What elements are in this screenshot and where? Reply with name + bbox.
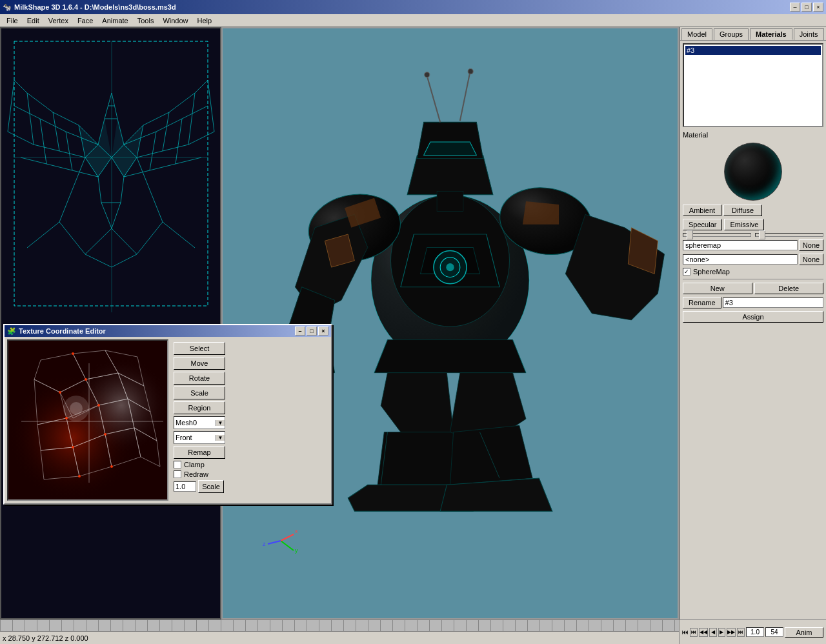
tab-materials[interactable]: Materials xyxy=(750,28,792,40)
tce-canvas[interactable] xyxy=(7,339,168,501)
diffuse-button[interactable]: Diffuse xyxy=(723,205,762,216)
svg-point-36 xyxy=(446,263,454,271)
viewport-uv[interactable] xyxy=(0,27,221,619)
svg-line-8 xyxy=(163,112,169,151)
ambient-button[interactable]: Ambient xyxy=(683,205,721,216)
close-button[interactable]: × xyxy=(813,3,823,12)
btn-prev[interactable]: ◀ xyxy=(709,628,717,637)
menu-tools[interactable]: Tools xyxy=(134,16,158,25)
tce-region-button[interactable]: Region xyxy=(174,401,225,414)
tce-remap-button[interactable]: Remap xyxy=(174,446,225,459)
svg-line-18 xyxy=(59,157,85,222)
tce-maximize-button[interactable]: □ xyxy=(307,327,317,336)
tce-minimize-button[interactable]: – xyxy=(295,327,305,336)
svg-point-50 xyxy=(425,72,430,77)
right-panel: Model Groups Materials Joints #3 Materia… xyxy=(679,27,826,619)
texture1-name: spheremap xyxy=(683,240,798,250)
diffuse-slider-track[interactable] xyxy=(755,233,823,237)
tce-window-controls[interactable]: – □ × xyxy=(295,327,328,336)
texture2-none-button[interactable]: None xyxy=(799,254,823,265)
title-bar: 🐄 MilkShape 3D 1.6.4 - D:\Models\ns3d\bo… xyxy=(0,0,826,14)
menu-edit[interactable]: Edit xyxy=(23,16,43,25)
tab-model[interactable]: Model xyxy=(681,28,712,40)
ambient-diffuse-row: Ambient Diffuse xyxy=(683,205,823,216)
spheremap-label: SphereMap xyxy=(693,268,730,276)
timeline-track[interactable] xyxy=(0,620,679,632)
svg-point-104 xyxy=(70,402,83,415)
btn-next[interactable]: ▶▶ xyxy=(727,628,736,637)
minimize-button[interactable]: – xyxy=(790,3,800,12)
btn-play[interactable]: ▶ xyxy=(718,628,726,637)
menu-help[interactable]: Help xyxy=(194,16,216,25)
mesh-dropdown-arrow[interactable]: ▼ xyxy=(216,420,225,426)
view-dropdown[interactable]: Front ▼ xyxy=(174,431,225,444)
svg-line-5 xyxy=(40,119,46,164)
material-item-3[interactable]: #3 xyxy=(685,46,821,55)
axes-indicator: y x z xyxy=(261,521,300,560)
clamp-checkbox-row[interactable]: Clamp xyxy=(174,461,225,468)
menu-window[interactable]: Window xyxy=(159,16,192,25)
tce-title-area: 🧩 Texture Coordinate Editor xyxy=(7,327,106,336)
menu-face[interactable]: Face xyxy=(74,16,97,25)
svg-point-102 xyxy=(110,465,113,468)
menu-vertex[interactable]: Vertex xyxy=(45,16,72,25)
spheremap-checkbox-row[interactable]: ✓ SphereMap xyxy=(683,268,823,276)
rename-input[interactable] xyxy=(723,297,823,308)
tab-groups[interactable]: Groups xyxy=(714,28,749,40)
tce-move-button[interactable]: Move xyxy=(174,357,225,370)
redraw-checkbox[interactable] xyxy=(174,470,181,478)
ambient-slider-thumb[interactable] xyxy=(687,230,693,239)
btn-forward[interactable]: ⏭ xyxy=(737,628,745,637)
svg-point-101 xyxy=(78,475,81,478)
tce-select-button[interactable]: Select xyxy=(174,342,225,355)
new-button[interactable]: New xyxy=(683,283,752,294)
svg-line-21 xyxy=(112,228,137,254)
diffuse-slider-thumb[interactable] xyxy=(759,230,765,239)
title-bar-controls[interactable]: – □ × xyxy=(790,3,823,12)
tce-icon: 🧩 xyxy=(7,327,16,336)
mesh-dropdown[interactable]: Mesh0 ▼ xyxy=(174,416,225,429)
menu-bar: File Edit Vertex Face Animate Tools Wind… xyxy=(0,14,826,27)
tab-joints[interactable]: Joints xyxy=(794,28,824,40)
specular-button[interactable]: Specular xyxy=(683,219,722,230)
texture1-none-button[interactable]: None xyxy=(799,239,823,251)
menu-animate[interactable]: Animate xyxy=(98,16,132,25)
svg-marker-53 xyxy=(374,340,526,373)
tce-uv-display xyxy=(8,341,168,501)
texture-row-2: <none> None xyxy=(683,254,823,265)
emissive-button[interactable]: Emissive xyxy=(724,219,764,230)
tce-titlebar[interactable]: 🧩 Texture Coordinate Editor – □ × xyxy=(5,325,331,337)
materials-list[interactable]: #3 xyxy=(683,43,823,127)
svg-line-2 xyxy=(53,112,59,151)
tce-scale-apply-button[interactable]: Scale xyxy=(198,480,224,493)
rename-button[interactable]: Rename xyxy=(683,297,721,308)
fps-label: ⏮ xyxy=(682,629,689,636)
new-delete-row: New Delete xyxy=(683,283,823,294)
tce-rotate-button[interactable]: Rotate xyxy=(174,372,225,385)
btn-rewind[interactable]: ⏮ xyxy=(690,628,698,637)
redraw-checkbox-row[interactable]: Redraw xyxy=(174,470,225,478)
ambient-slider-track[interactable] xyxy=(683,233,751,237)
svg-rect-76 xyxy=(8,341,168,501)
tce-close-button[interactable]: × xyxy=(318,327,328,336)
assign-row: Assign xyxy=(683,311,823,323)
material-preview[interactable] xyxy=(724,143,782,201)
svg-text:y: y xyxy=(295,547,298,554)
clamp-checkbox[interactable] xyxy=(174,461,181,468)
frame-display: 54 xyxy=(765,627,783,637)
tce-scale-button[interactable]: Scale xyxy=(174,387,225,399)
uv-wireframe xyxy=(1,28,220,618)
view-dropdown-arrow[interactable]: ▼ xyxy=(216,435,225,441)
menu-file[interactable]: File xyxy=(3,16,22,25)
svg-point-100 xyxy=(72,446,74,448)
assign-button[interactable]: Assign xyxy=(683,311,823,323)
delete-button[interactable]: Delete xyxy=(754,283,824,294)
anim-button[interactable]: Anim xyxy=(785,627,823,638)
viewport-3d[interactable]: y x z xyxy=(221,27,679,619)
svg-point-96 xyxy=(59,391,61,394)
spheremap-checkbox[interactable]: ✓ xyxy=(683,268,690,276)
scale-value-input[interactable] xyxy=(174,481,196,492)
maximize-button[interactable]: □ xyxy=(801,3,812,12)
btn-prev-fast[interactable]: ◀◀ xyxy=(699,628,708,637)
svg-marker-58 xyxy=(450,425,533,485)
